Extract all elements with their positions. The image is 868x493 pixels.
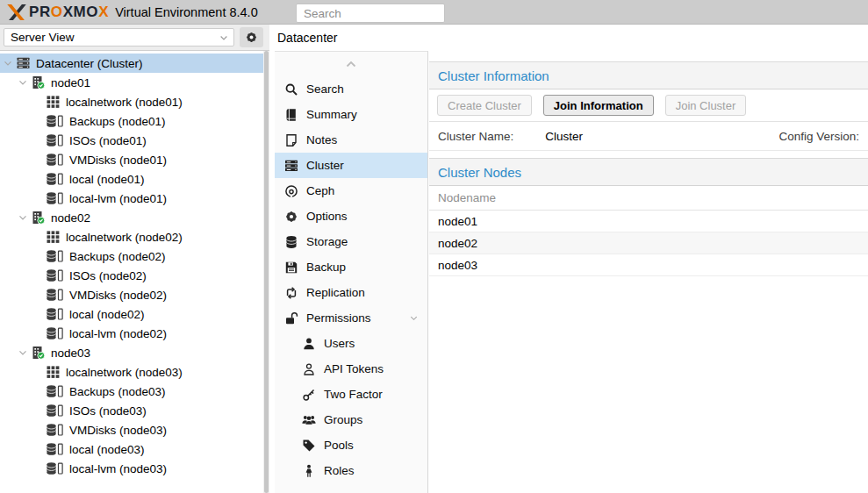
network-icon bbox=[46, 95, 61, 109]
caret-down-icon[interactable] bbox=[2, 57, 14, 69]
tree-item-label: local (node02) bbox=[69, 308, 145, 321]
tree-item[interactable]: local (node01) bbox=[0, 169, 263, 189]
book-icon bbox=[284, 108, 298, 122]
menu-item-storage[interactable]: Storage bbox=[275, 229, 427, 254]
breadcrumb-title: Datacenter bbox=[277, 31, 337, 45]
replication-icon bbox=[284, 286, 298, 300]
menu-items: Search Summary Notes Cluster Ceph Option… bbox=[275, 76, 427, 483]
tree-item[interactable]: localnetwork (node02) bbox=[0, 227, 263, 246]
menu-item-notes[interactable]: Notes bbox=[275, 127, 427, 153]
tree-item-label: local-lvm (node02) bbox=[69, 327, 167, 340]
tree-item-label: node02 bbox=[51, 211, 90, 225]
menu-item-summary[interactable]: Summary bbox=[275, 102, 427, 127]
cluster-information-header: Cluster Information bbox=[429, 61, 868, 89]
nodename-column-header[interactable]: Nodename bbox=[429, 185, 868, 211]
tree-item-label: local (node03) bbox=[69, 443, 145, 456]
menu-scroll-up[interactable] bbox=[275, 52, 427, 76]
view-selector-value: Server View bbox=[11, 31, 75, 44]
menu-item-backup[interactable]: Backup bbox=[275, 254, 427, 280]
tree-item[interactable]: local-lvm (node01) bbox=[0, 189, 263, 208]
storage-icon bbox=[46, 288, 64, 302]
content-panel: Cluster Information Create Cluster Join … bbox=[429, 51, 868, 493]
tree-item[interactable]: node01 bbox=[0, 73, 263, 92]
breadcrumb: Datacenter bbox=[276, 25, 868, 51]
tree-item[interactable]: ISOs (node03) bbox=[0, 401, 263, 420]
gear-icon bbox=[284, 210, 298, 224]
menu-item-pools[interactable]: Pools bbox=[275, 432, 427, 458]
tree-item[interactable]: localnetwork (node03) bbox=[0, 362, 263, 382]
table-row[interactable]: node03 bbox=[429, 254, 868, 276]
menu-item-cluster[interactable]: Cluster bbox=[275, 153, 427, 178]
menu-item-label: Two Factor bbox=[324, 388, 383, 401]
cluster-name-label: Cluster Name: bbox=[438, 130, 513, 143]
datacenter-icon bbox=[16, 56, 31, 70]
tree-item-label: Datacenter (Cluster) bbox=[36, 57, 143, 70]
user-outline-icon bbox=[302, 362, 316, 376]
menu-item-replication[interactable]: Replication bbox=[275, 280, 427, 305]
tree-item-label: VMDisks (node01) bbox=[69, 154, 167, 167]
tree-item-label: Backups (node01) bbox=[69, 115, 166, 128]
storage-icon bbox=[46, 153, 64, 167]
menu-item-users[interactable]: Users bbox=[275, 331, 427, 356]
tree-item[interactable]: local-lvm (node02) bbox=[0, 324, 263, 343]
tree-item[interactable]: VMDisks (node03) bbox=[0, 420, 263, 439]
cluster-nodes-table: node01 node02 node03 bbox=[429, 211, 868, 276]
tree-item[interactable]: localnetwork (node01) bbox=[0, 92, 263, 111]
tree-item[interactable]: VMDisks (node01) bbox=[0, 150, 263, 169]
menu-item-label: Storage bbox=[306, 235, 348, 248]
tree-item-label: ISOs (node01) bbox=[69, 134, 147, 147]
menu-item-two-factor[interactable]: Two Factor bbox=[275, 382, 427, 407]
table-row[interactable]: node01 bbox=[429, 211, 868, 232]
tree-scrollbar-thumb[interactable] bbox=[264, 51, 269, 493]
menu-item-api-tokens[interactable]: API Tokens bbox=[275, 356, 427, 382]
table-row[interactable]: node02 bbox=[429, 232, 868, 254]
menu-item-permissions[interactable]: Permissions bbox=[275, 305, 427, 331]
tree-item[interactable]: ISOs (node01) bbox=[0, 131, 263, 150]
global-search-input[interactable] bbox=[296, 4, 445, 23]
menu-item-roles[interactable]: Roles bbox=[275, 458, 427, 483]
menu-item-label: Permissions bbox=[306, 311, 371, 325]
tree-item[interactable]: node03 bbox=[0, 343, 263, 362]
chevron-down-icon[interactable] bbox=[408, 312, 420, 324]
tree-item[interactable]: local (node03) bbox=[0, 439, 263, 459]
tree-item-label: localnetwork (node02) bbox=[66, 231, 183, 244]
menu-item-label: Notes bbox=[306, 133, 337, 146]
menu-item-label: Summary bbox=[306, 108, 357, 121]
join-cluster-button[interactable]: Join Cluster bbox=[665, 95, 747, 116]
menu-item-search[interactable]: Search bbox=[275, 76, 427, 102]
menu-item-label: Roles bbox=[324, 464, 355, 477]
tree-item-label: Backups (node02) bbox=[69, 250, 166, 263]
tree-item[interactable]: local-lvm (node03) bbox=[0, 459, 263, 478]
cluster-icon bbox=[284, 159, 298, 173]
caret-down-icon[interactable] bbox=[17, 211, 29, 224]
menu-item-ceph[interactable]: Ceph bbox=[275, 178, 427, 204]
tree-item[interactable]: Backups (node03) bbox=[0, 382, 263, 401]
menu-item-label: API Tokens bbox=[324, 362, 384, 375]
menu-item-label: Options bbox=[306, 210, 348, 223]
tree-settings-button[interactable] bbox=[240, 27, 263, 47]
join-information-button[interactable]: Join Information bbox=[543, 95, 654, 116]
nodename-cell: node01 bbox=[438, 215, 477, 228]
tree-item[interactable]: Backups (node02) bbox=[0, 246, 263, 266]
caret-down-icon[interactable] bbox=[17, 347, 29, 359]
view-selector-dropdown[interactable]: Server View bbox=[4, 28, 234, 46]
proxmox-logo-icon bbox=[6, 4, 27, 21]
menu-item-options[interactable]: Options bbox=[275, 204, 427, 229]
tree-item[interactable]: Datacenter (Cluster) bbox=[0, 54, 263, 73]
menu-item-groups[interactable]: Groups bbox=[275, 407, 427, 432]
nodename-cell: node03 bbox=[438, 259, 477, 272]
tree-item-label: local (node01) bbox=[69, 173, 145, 186]
tree-scrollbar[interactable] bbox=[263, 51, 269, 493]
create-cluster-button[interactable]: Create Cluster bbox=[437, 95, 532, 116]
tree-item[interactable]: local (node02) bbox=[0, 304, 263, 324]
tree-item[interactable]: ISOs (node02) bbox=[0, 266, 263, 285]
caret-down-icon[interactable] bbox=[17, 76, 29, 89]
floppy-icon bbox=[284, 261, 298, 275]
cluster-name-value: Cluster bbox=[545, 130, 583, 143]
storage-icon bbox=[46, 114, 64, 128]
storage-icon bbox=[46, 423, 64, 437]
tree-item[interactable]: node02 bbox=[0, 208, 263, 227]
tree-item[interactable]: VMDisks (node02) bbox=[0, 285, 263, 304]
tree-item-label: localnetwork (node01) bbox=[66, 96, 183, 109]
tree-item[interactable]: Backups (node01) bbox=[0, 111, 263, 131]
